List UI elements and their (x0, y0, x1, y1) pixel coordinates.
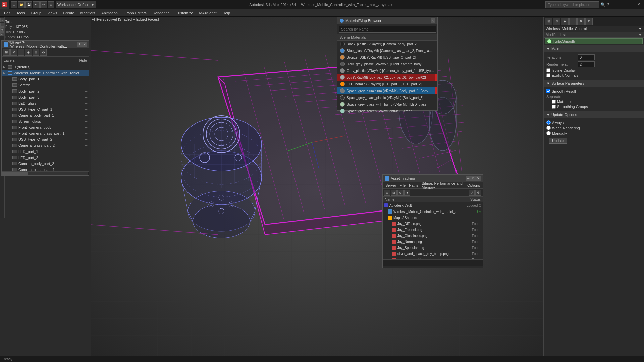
asset-item-1[interactable]: Wireless_Mobile_Controller_with_Tablet_m… (383, 208, 483, 215)
mod-icon-6[interactable]: ⚙ (585, 18, 593, 25)
asset-maximize-btn[interactable]: □ (471, 176, 476, 181)
asset-item-2[interactable]: Maps / Shaders (383, 215, 483, 221)
help-icon[interactable]: ? (607, 2, 609, 7)
iterations-input[interactable] (578, 54, 595, 60)
menu-item-create[interactable]: Create (60, 10, 77, 16)
menu-item-help[interactable]: Help (220, 10, 233, 16)
mat-item-0[interactable]: Black_plastic (VRayMtl) [Camera_body_par… (337, 41, 437, 47)
explicit-normals-checkbox[interactable] (546, 73, 550, 77)
asset-item-4[interactable]: Joy_Fresnel.png Found (383, 227, 483, 233)
asset-tb-6[interactable]: ⚙ (475, 190, 481, 196)
tool-rotate[interactable]: ↺ (0, 27, 4, 32)
layer-new-btn[interactable]: ⊞ (3, 49, 10, 56)
asset-scrollbar[interactable] (383, 259, 483, 263)
smooth-result-checkbox[interactable] (546, 89, 550, 93)
material-close-btn[interactable]: ✕ (431, 18, 435, 23)
menu-item-animation[interactable]: Animation (99, 10, 120, 16)
manually-radio[interactable] (546, 131, 551, 135)
mod-icon-1[interactable]: ⊞ (545, 18, 552, 25)
open-btn[interactable]: 📂 (18, 1, 25, 8)
layer-item-l3[interactable]: Screen ··· (2, 82, 89, 88)
asset-close-btn[interactable]: ✕ (476, 176, 481, 181)
layer-item-l11[interactable]: Front_camera_glass_part_1 ··· (2, 130, 89, 136)
mat-item-9[interactable]: Space_grey_glass_with_bump (VRayMtl) [LE… (337, 101, 437, 108)
mat-item-2[interactable]: Bronze_USB (VRayMtl) [USB_type_C_part_2] (337, 54, 437, 61)
asset-tb-5[interactable]: ↺ (469, 190, 475, 196)
workspace-selector[interactable]: Workspace: Default ▼ (56, 1, 96, 8)
menu-item-modifiers[interactable]: Modifiers (77, 10, 98, 16)
mod-icon-4[interactable]: ↕ (569, 18, 577, 25)
layer-item-l17[interactable]: Camera_glass_part_1 ··· (2, 167, 89, 171)
menu-item-customize[interactable]: Customize (173, 10, 196, 16)
layer-item-l16[interactable]: Camera_body_part_2 ··· (2, 161, 89, 167)
mat-item-1[interactable]: Blue_glass (VRayMtl) [Camera_glass_part_… (337, 47, 437, 54)
search-input[interactable] (545, 1, 599, 8)
render-iters-input[interactable] (578, 61, 595, 67)
save-btn[interactable]: 💾 (25, 1, 32, 8)
material-search-input[interactable] (339, 26, 436, 33)
tool-scale[interactable]: ⊞ (0, 32, 4, 36)
modifier-dropdown-arrow[interactable]: ▼ (638, 27, 642, 31)
close-btn[interactable]: ✕ (633, 0, 644, 9)
when-rendering-radio[interactable] (546, 126, 551, 130)
new-btn[interactable]: □ (11, 1, 17, 8)
undo-btn[interactable]: ↩ (33, 1, 40, 8)
layer-item-l13[interactable]: Camera_glass_part_2 ··· (2, 142, 89, 148)
layer-item-l12[interactable]: USB_type_C_part_2 ··· (2, 136, 89, 142)
asset-item-3[interactable]: Joy_Diffuse.png Found (383, 221, 483, 227)
layer-item-l14[interactable]: LED_part_1 ··· (2, 148, 89, 155)
menu-item-graph-editors[interactable]: Graph Editors (121, 10, 149, 16)
layers-close-btn[interactable]: ✕ (82, 42, 87, 47)
asset-menu-file[interactable]: File (398, 183, 407, 188)
mat-item-8[interactable]: Space_grey_black_plastic (VRayMtl) [Body… (337, 94, 437, 101)
maximize-btn[interactable]: □ (623, 0, 633, 9)
layer-item-l7[interactable]: USB_type_C_part_1 ··· (2, 106, 89, 112)
asset-menu-server[interactable]: Server (384, 183, 397, 188)
layer-item-l5[interactable]: Body_part_3 ··· (2, 94, 89, 100)
render-setup-btn[interactable]: ⚙ (48, 1, 54, 8)
menu-item-maxscript[interactable]: MAXScript (197, 10, 219, 16)
layer-settings-btn[interactable]: ⚙ (40, 49, 47, 56)
layer-item-l6[interactable]: LED_glass ··· (2, 100, 89, 106)
asset-item-8[interactable]: silver_and_space_grey_bump.png Found (383, 251, 483, 257)
mod-icon-3[interactable]: ◈ (561, 18, 569, 25)
mod-icon-5[interactable]: ✕ (577, 18, 585, 25)
minimize-btn[interactable]: ─ (612, 0, 623, 9)
asset-tb-4[interactable]: ◈ (404, 190, 410, 196)
layer-delete-btn[interactable]: ✕ (10, 49, 17, 56)
modifier-list-dropdown[interactable]: ▼ (638, 33, 642, 37)
layers-scrollthumb-h[interactable] (2, 172, 28, 175)
asset-menu-options[interactable]: Options (466, 183, 481, 188)
layer-add-sel-btn[interactable]: + (18, 49, 24, 56)
mat-item-4[interactable]: Grey_plastic (VRayMtl) [Camera_body_part… (337, 67, 437, 74)
smoothing-groups-checkbox[interactable] (552, 105, 556, 109)
mat-item-3[interactable]: Dark_grey_plastic (VRayMtl) [Front_camer… (337, 61, 437, 67)
layer-item-l9[interactable]: Screen_glass ··· (2, 118, 89, 124)
asset-tb-2[interactable]: ⊟ (391, 190, 397, 196)
mat-item-5[interactable]: Joy (VRayMtl) [Joy_pad_02, Joy_part01, J… (337, 74, 437, 81)
layer-item-l8[interactable]: Camera_body_part_1 ··· (2, 112, 89, 118)
menu-item-rendering[interactable]: Rendering (150, 10, 172, 16)
layer-sel-btn[interactable]: ◈ (25, 49, 32, 56)
mat-item-6[interactable]: LED_bomze (VRayMtl) [LED_part_1, LED_par… (337, 81, 437, 87)
asset-tb-3[interactable]: ⊙ (397, 190, 404, 196)
layers-scrollbar-h[interactable] (2, 171, 89, 175)
asset-item-9[interactable]: space_grey_diffuse.png Found (383, 257, 483, 259)
menu-item-tools[interactable]: Tools (14, 10, 28, 16)
materials-checkbox[interactable] (552, 100, 556, 104)
layer-item-l15[interactable]: LED_part_2 ··· (2, 155, 89, 161)
menu-item-views[interactable]: Views (45, 10, 60, 16)
asset-minimize-btn[interactable]: ─ (466, 176, 471, 181)
mat-item-7[interactable]: Space_grey_aluminium (VRayMtl) [Body_par… (337, 87, 437, 94)
asset-item-7[interactable]: Joy_Specular.png Found (383, 245, 483, 251)
section-update[interactable]: ▼ Update Options (544, 111, 644, 118)
always-radio[interactable] (546, 120, 551, 125)
update-button[interactable]: Update (549, 138, 567, 144)
asset-item-5[interactable]: Joy_Glossiness.png Found (383, 233, 483, 239)
asset-menu-bitmap-performance-and-memory[interactable]: Bitmap Performance and Memory (420, 181, 465, 190)
layer-item-l2[interactable]: Body_part_1 ··· (2, 76, 89, 82)
isoline-checkbox[interactable] (546, 68, 550, 72)
asset-menu-paths[interactable]: Paths (408, 183, 420, 188)
mod-icon-2[interactable]: ⊙ (553, 18, 560, 25)
layer-item-l0[interactable]: ▶ 0 (default) ··· (2, 64, 89, 70)
